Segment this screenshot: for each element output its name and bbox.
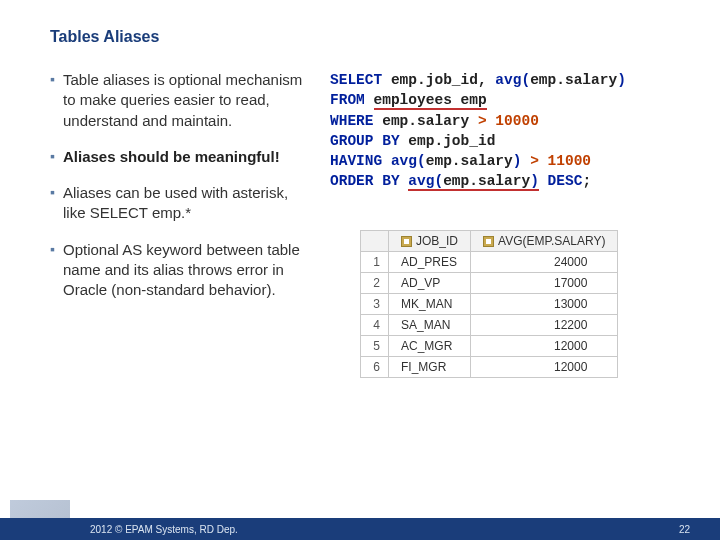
bullet-item: ▪ Optional AS keyword between table name…: [50, 240, 310, 301]
table-row: 1AD_PRES24000: [361, 251, 618, 272]
sql-line-groupby: GROUP BY emp.job_id: [330, 131, 700, 151]
code-and-table-column: SELECT emp.job_id, avg(emp.salary) FROM …: [330, 70, 700, 378]
bullet-item: ▪ Table aliases is optional mechanism to…: [50, 70, 310, 131]
table-header-avg: AVG(EMP.SALARY): [471, 230, 618, 251]
table-header-rownum: [361, 230, 389, 251]
bullets-column: ▪ Table aliases is optional mechanism to…: [50, 70, 310, 378]
column-icon: [483, 236, 494, 247]
column-icon: [401, 236, 412, 247]
bullet-mark-icon: ▪: [50, 70, 55, 131]
table-row: 4SA_MAN12200: [361, 314, 618, 335]
result-table: JOB_ID AVG(EMP.SALARY) 1AD_PRES24000 2AD…: [360, 230, 618, 378]
bullet-text: Aliases should be meaningful!: [63, 147, 280, 167]
slide-title: Tables Aliases: [0, 0, 720, 46]
table-row: 6FI_MGR12000: [361, 356, 618, 377]
result-table-wrapper: JOB_ID AVG(EMP.SALARY) 1AD_PRES24000 2AD…: [360, 230, 700, 378]
sql-line-having: HAVING avg(emp.salary) > 11000: [330, 151, 700, 171]
bullet-item: ▪ Aliases should be meaningful!: [50, 147, 310, 167]
sql-line-select: SELECT emp.job_id, avg(emp.salary): [330, 70, 700, 90]
bullet-text: Table aliases is optional mechanism to m…: [63, 70, 310, 131]
bullet-mark-icon: ▪: [50, 240, 55, 301]
table-header-row: JOB_ID AVG(EMP.SALARY): [361, 230, 618, 251]
bullet-mark-icon: ▪: [50, 147, 55, 167]
sql-line-orderby: ORDER BY avg(emp.salary) DESC;: [330, 171, 700, 191]
bullet-text: Optional AS keyword between table name a…: [63, 240, 310, 301]
table-row: 5AC_MGR12000: [361, 335, 618, 356]
bullet-item: ▪ Aliases can be used with asterisk, lik…: [50, 183, 310, 224]
footer-page-number: 22: [679, 524, 690, 535]
content-area: ▪ Table aliases is optional mechanism to…: [0, 46, 720, 378]
bullet-mark-icon: ▪: [50, 183, 55, 224]
footer-bar: 2012 © EPAM Systems, RD Dep. 22: [0, 518, 720, 540]
table-row: 2AD_VP17000: [361, 272, 618, 293]
sql-line-from: FROM employees emp: [330, 90, 700, 110]
footer-copyright: 2012 © EPAM Systems, RD Dep.: [90, 524, 238, 535]
bullet-text: Aliases can be used with asterisk, like …: [63, 183, 310, 224]
sql-line-where: WHERE emp.salary > 10000: [330, 111, 700, 131]
table-header-jobid: JOB_ID: [389, 230, 471, 251]
sql-code-block: SELECT emp.job_id, avg(emp.salary) FROM …: [330, 70, 700, 192]
table-row: 3MK_MAN13000: [361, 293, 618, 314]
